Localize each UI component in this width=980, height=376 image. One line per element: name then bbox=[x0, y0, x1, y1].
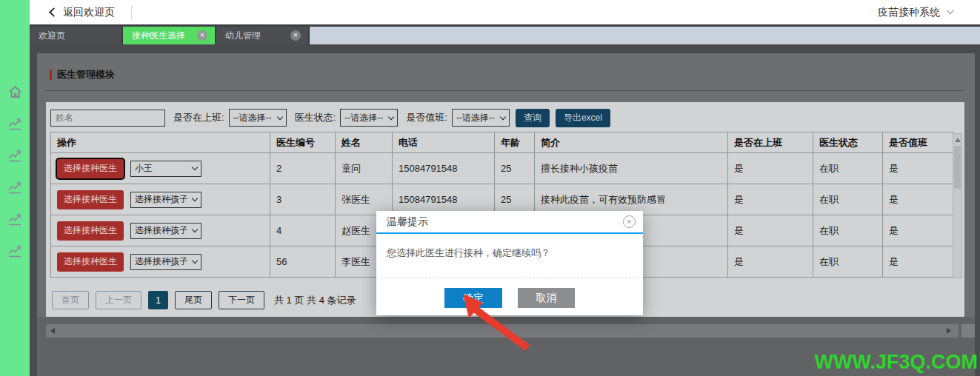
scrollbar-thumb[interactable] bbox=[954, 146, 961, 189]
col-on-work: 是否在上班 bbox=[728, 132, 813, 153]
chevron-down-icon bbox=[192, 164, 198, 170]
current-page-button[interactable]: 1 bbox=[148, 291, 168, 309]
system-menu[interactable]: 疫苗接种系统 bbox=[878, 0, 952, 24]
record-summary: 共 1 页 共 4 条记录 bbox=[274, 294, 356, 307]
dialog-titlebar: 温馨提示 × bbox=[376, 211, 643, 232]
cancel-button[interactable]: 取消 bbox=[518, 288, 575, 308]
choose-doctor-button[interactable]: 选择接种医生 bbox=[57, 190, 124, 209]
on-shift-select[interactable]: --请选择-- bbox=[452, 109, 510, 127]
scroll-right-icon[interactable] bbox=[947, 328, 951, 334]
choose-doctor-button[interactable]: 选择接种医生 bbox=[57, 159, 124, 178]
confirm-dialog: 温馨提示 × 您选择此医生进行接种，确定继续吗？ 确定 取消 bbox=[376, 211, 643, 315]
choose-child-select[interactable]: 选择接种孩子 bbox=[130, 223, 201, 239]
last-page-button[interactable]: 尾页 bbox=[175, 291, 212, 309]
vaccine-system-page: 返回欢迎页 疫苗接种系统 欢迎页 接种医生选择 × 幼儿管理 × 医生管理模块 bbox=[0, 0, 980, 376]
cell-age: 25 bbox=[495, 153, 535, 184]
dialog-message: 您选择此医生进行接种，确定继续吗？ bbox=[376, 234, 643, 260]
cell-on-work: 是 bbox=[728, 153, 813, 184]
col-status: 医生状态 bbox=[813, 132, 883, 153]
scroll-up-icon[interactable] bbox=[955, 138, 961, 142]
chevron-down-icon bbox=[947, 7, 954, 14]
dialog-title: 温馨提示 bbox=[387, 215, 428, 229]
back-label: 返回欢迎页 bbox=[63, 6, 115, 19]
cell-status: 在职 bbox=[813, 215, 883, 246]
scroll-left-icon[interactable] bbox=[50, 328, 55, 334]
title-accent-bar bbox=[50, 70, 52, 80]
chevron-down-icon bbox=[192, 195, 198, 201]
module-title: 医生管理模块 bbox=[57, 68, 115, 81]
dialog-close-icon[interactable]: × bbox=[623, 215, 636, 228]
chevron-down-icon bbox=[500, 113, 506, 119]
home-icon[interactable] bbox=[7, 84, 22, 99]
col-intro: 简介 bbox=[535, 132, 728, 153]
cell-on-shift: 是 bbox=[883, 215, 953, 246]
cell-on-work: 是 bbox=[728, 215, 813, 246]
dialog-buttons: 确定 取消 bbox=[444, 288, 575, 308]
search-button[interactable]: 查询 bbox=[516, 109, 550, 127]
header-divider bbox=[131, 6, 132, 19]
cell-phone: 15084791548 bbox=[393, 153, 495, 184]
on-work-label: 是否在上班: bbox=[173, 111, 224, 124]
scrollbar-corner bbox=[961, 324, 975, 338]
horizontal-scrollbar[interactable] bbox=[46, 324, 959, 338]
doctor-status-label: 医生状态: bbox=[295, 111, 336, 124]
cell-status: 在职 bbox=[813, 153, 883, 184]
name-search-input[interactable] bbox=[50, 110, 165, 127]
back-to-welcome-button[interactable]: 返回欢迎页 bbox=[50, 6, 115, 19]
next-page-button[interactable]: 下一页 bbox=[219, 291, 264, 309]
module-header: 医生管理模块 bbox=[50, 68, 115, 81]
trend-chart-icon[interactable] bbox=[7, 180, 22, 195]
prev-page-button[interactable]: 上一页 bbox=[96, 291, 141, 309]
choose-child-select[interactable]: 选择接种孩子 bbox=[130, 192, 201, 208]
col-doctor-id: 医生编号 bbox=[270, 132, 336, 153]
trend-chart-icon[interactable] bbox=[7, 212, 22, 226]
cell-doctor-id: 2 bbox=[270, 153, 336, 184]
col-on-shift: 是否值班 bbox=[883, 132, 953, 153]
filter-toolbar: 是否在上班: --请选择-- 医生状态: --请选择-- 是否值班: --请选择… bbox=[50, 108, 960, 127]
col-age: 年龄 bbox=[495, 132, 535, 153]
module-divider bbox=[46, 90, 964, 91]
vertical-scrollbar[interactable] bbox=[953, 133, 962, 278]
trend-chart-icon[interactable] bbox=[7, 244, 22, 258]
chevron-down-icon bbox=[192, 226, 198, 232]
choose-doctor-button[interactable]: 选择接种医生 bbox=[57, 221, 124, 241]
trend-chart-icon[interactable] bbox=[7, 116, 22, 131]
chevron-down-icon bbox=[388, 113, 394, 119]
trend-chart-icon[interactable] bbox=[7, 148, 22, 163]
dialog-divider bbox=[381, 278, 639, 278]
cell-on-shift: 是 bbox=[883, 184, 953, 215]
tab-welcome[interactable]: 欢迎页 bbox=[30, 27, 123, 44]
choose-child-select[interactable]: 选择接种孩子 bbox=[130, 254, 201, 270]
cell-doctor-id: 4 bbox=[270, 215, 336, 246]
cell-doctor-id: 56 bbox=[270, 246, 336, 278]
choose-doctor-button[interactable]: 选择接种医生 bbox=[57, 252, 124, 272]
on-work-select[interactable]: --请选择-- bbox=[229, 109, 287, 127]
close-tab-icon[interactable]: × bbox=[197, 30, 207, 41]
confirm-button[interactable]: 确定 bbox=[444, 288, 502, 308]
cell-on-shift: 是 bbox=[883, 153, 953, 184]
chevron-left-icon bbox=[49, 7, 59, 17]
close-tab-icon[interactable]: × bbox=[290, 30, 301, 41]
tab-child-management[interactable]: 幼儿管理 × bbox=[216, 27, 310, 44]
col-action: 操作 bbox=[51, 132, 270, 153]
doctor-status-select[interactable]: --请选择-- bbox=[340, 109, 398, 127]
watermark: WWW.JF3Q.COM bbox=[815, 351, 978, 374]
choose-child-select[interactable]: 小王 bbox=[130, 161, 201, 177]
cell-on-work: 是 bbox=[728, 184, 813, 215]
table-header-row: 操作 医生编号 姓名 电话 年龄 简介 是否在上班 医生状态 是否值班 bbox=[51, 132, 953, 153]
cell-on-shift: 是 bbox=[883, 246, 953, 278]
col-phone: 电话 bbox=[393, 132, 495, 153]
col-name: 姓名 bbox=[336, 132, 393, 153]
cell-status: 在职 bbox=[813, 246, 883, 278]
sidebar bbox=[0, 0, 30, 376]
table-row: 选择接种医生 小王 2 童问 15084791548 25 擅长接种小孩疫苗 是… bbox=[51, 153, 953, 184]
cell-status: 在职 bbox=[813, 184, 883, 215]
first-page-button[interactable]: 首页 bbox=[52, 291, 89, 309]
export-excel-button[interactable]: 导出excel bbox=[556, 109, 610, 127]
on-shift-label: 是否值班: bbox=[406, 111, 447, 124]
cell-on-work: 是 bbox=[728, 246, 813, 278]
app-title: 疫苗接种系统 bbox=[878, 6, 940, 19]
tab-bar: 欢迎页 接种医生选择 × 幼儿管理 × bbox=[30, 24, 980, 44]
chevron-down-icon bbox=[192, 258, 198, 263]
tab-doctor-selection[interactable]: 接种医生选择 × bbox=[123, 27, 216, 44]
